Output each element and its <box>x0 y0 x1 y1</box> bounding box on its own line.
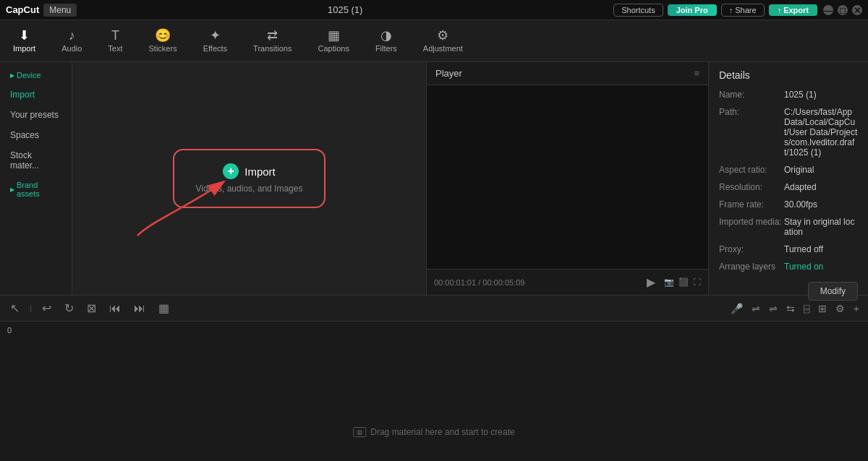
detail-row: Arrange layersTurned on <box>719 262 858 272</box>
import-button[interactable]: + Import Videos, audios, and Images <box>173 149 326 208</box>
player-body <box>427 85 708 269</box>
camera-icon[interactable]: 📷 <box>664 277 674 287</box>
unlink-icon[interactable]: ⇌ <box>767 301 779 316</box>
delete-button[interactable]: ▦ <box>156 300 172 316</box>
redo-button[interactable]: ↻ <box>61 300 77 316</box>
close-button[interactable]: ✕ <box>852 5 862 15</box>
detail-row: Resolution:Adapted <box>719 182 858 192</box>
media-area: + Import Videos, audios, and Images <box>72 62 427 295</box>
mic-icon[interactable]: 🎤 <box>729 301 744 316</box>
maximize-button[interactable]: □ <box>838 5 848 15</box>
adjustment-icon: ⚙ <box>437 29 448 42</box>
menu-button[interactable]: Menu <box>43 4 77 17</box>
topbar: CapCut Menu 1025 (1) Shortcuts Join Pro … <box>0 0 868 20</box>
player-panel: Player ≡ 00:00:01:01 / 00:00:05:09 ▶ 📷 ⬛… <box>427 62 709 295</box>
timeline-tracks: ▦ Drag material here and start to create <box>7 336 861 444</box>
captions-icon: ▦ <box>328 29 340 42</box>
left-item-import[interactable]: Import <box>3 85 69 104</box>
toolbar-item-audio[interactable]: ♪Audio <box>56 26 88 56</box>
timeline-toolbar: ↖ | ↩ ↻ ⊠ ⏮ ⏭ ▦ 🎤 ⇌ ⇌ ⇆ ⌸ ⊞ ⚙ + <box>0 296 868 322</box>
crop-icon[interactable]: ⬛ <box>678 277 689 287</box>
export-icon: ↑ <box>778 6 782 14</box>
import-subtitle: Videos, audios, and Images <box>196 184 303 194</box>
details-title: Details <box>719 69 858 81</box>
share-button[interactable]: ↑ Share <box>721 4 765 17</box>
toolbar-item-transitions[interactable]: ⇄Transitions <box>247 26 297 56</box>
toolbar-item-import[interactable]: ⬇Import <box>7 26 41 56</box>
stickers-icon: 😊 <box>155 29 171 42</box>
detail-row: Aspect ratio:Original <box>719 165 858 175</box>
player-time: 00:00:01:01 / 00:00:05:09 <box>434 278 524 287</box>
toolbar-item-filters[interactable]: ◑Filters <box>370 26 403 56</box>
minimize-button[interactable]: — <box>823 5 833 15</box>
sync-icon[interactable]: ⇆ <box>785 301 796 316</box>
settings-icon[interactable]: ⚙ <box>834 301 846 316</box>
shortcuts-button[interactable]: Shortcuts <box>613 4 663 17</box>
detail-row: Imported media:Stay in original location <box>719 217 858 237</box>
project-title: 1025 (1) <box>77 4 613 15</box>
text-icon: T <box>111 29 119 42</box>
play-button[interactable]: ▶ <box>644 274 658 290</box>
details-rows: Name:1025 (1)Path:C:/Users/fast/AppData/… <box>719 90 858 272</box>
caption-icon[interactable]: ⊞ <box>817 301 828 316</box>
timeline-ruler: 0 <box>7 324 861 336</box>
toolbar-item-effects[interactable]: ✦Effects <box>197 26 233 56</box>
toolbar-item-text[interactable]: TText <box>102 26 128 56</box>
left-panel: DeviceImportYour presetsSpacesStock mate… <box>0 62 72 295</box>
export-button[interactable]: ↑ Export <box>769 4 817 16</box>
modify-button[interactable]: Modify <box>808 282 858 301</box>
filters-icon: ◑ <box>380 29 392 42</box>
left-item-stock[interactable]: Stock mater... <box>3 146 69 175</box>
import-zone: + Import Videos, audios, and Images <box>72 62 426 295</box>
player-footer: 00:00:01:01 / 00:00:05:09 ▶ 📷 ⬛ ⛶ <box>427 269 708 295</box>
player-title: Player <box>435 68 462 79</box>
detail-row: Name:1025 (1) <box>719 90 858 100</box>
player-menu-icon: ≡ <box>694 68 699 79</box>
left-item-device[interactable]: Device <box>3 66 69 84</box>
transitions-icon: ⇄ <box>267 29 278 42</box>
toolbar-item-stickers[interactable]: 😊Stickers <box>143 26 183 56</box>
fullscreen-icon[interactable]: ⛶ <box>693 277 701 287</box>
detail-row: Path:C:/Users/fast/AppData/Local/CapCut/… <box>719 107 858 158</box>
trim-next-button[interactable]: ⏭ <box>131 301 148 316</box>
ruler-marker: 0 <box>7 326 12 335</box>
left-item-spaces[interactable]: Spaces <box>3 126 69 145</box>
timeline-drop-zone: ▦ Drag material here and start to create <box>353 427 514 437</box>
link-icon[interactable]: ⇌ <box>750 301 762 316</box>
audio-icon: ♪ <box>69 29 75 42</box>
app-logo: CapCut <box>6 4 39 15</box>
toolbar-item-adjustment[interactable]: ⚙Adjustment <box>417 26 469 56</box>
timeline: ↖ | ↩ ↻ ⊠ ⏮ ⏭ ▦ 🎤 ⇌ ⇌ ⇆ ⌸ ⊞ ⚙ + 0 ▦ Drag… <box>0 295 868 461</box>
align-icon[interactable]: ⌸ <box>802 301 811 316</box>
detail-row: Frame rate:30.00fps <box>719 199 858 210</box>
media-icon: ▦ <box>353 427 366 437</box>
split-button[interactable]: ⊠ <box>84 300 99 316</box>
trim-prev-button[interactable]: ⏮ <box>106 301 124 316</box>
main-area: DeviceImportYour presetsSpacesStock mate… <box>0 62 868 295</box>
window-controls: — □ ✕ <box>823 5 862 15</box>
left-item-brand[interactable]: Brand assets <box>3 176 69 202</box>
top-actions: Shortcuts Join Pro ↑ Share ↑ Export <box>613 4 817 17</box>
details-panel: Details Name:1025 (1)Path:C:/Users/fast/… <box>709 62 868 295</box>
drop-text: Drag material here and start to create <box>370 427 514 437</box>
import-icon: ⬇ <box>19 29 30 42</box>
import-label: Import <box>244 165 276 178</box>
share-icon: ↑ <box>729 6 733 14</box>
toolbar: ⬇Import♪AudioTText😊Stickers✦Effects⇄Tran… <box>0 20 868 62</box>
player-header: Player ≡ <box>427 62 708 85</box>
import-plus-icon: + <box>223 163 239 179</box>
toolbar-item-captions[interactable]: ▦Captions <box>312 26 354 56</box>
player-icons: 📷 ⬛ ⛶ <box>664 277 701 287</box>
timeline-action-icons: 🎤 ⇌ ⇌ ⇆ ⌸ ⊞ ⚙ + <box>729 301 861 316</box>
import-button-inner: + Import <box>223 163 276 179</box>
effects-icon: ✦ <box>210 29 221 42</box>
timeline-body: 0 ▦ Drag material here and start to crea… <box>0 322 868 447</box>
cursor-tool-button[interactable]: ↖ <box>7 300 22 316</box>
detail-row: Proxy:Turned off <box>719 244 858 254</box>
left-item-presets[interactable]: Your presets <box>3 105 69 124</box>
join-pro-button[interactable]: Join Pro <box>668 4 717 16</box>
zoom-in-icon[interactable]: + <box>852 301 861 316</box>
undo-button[interactable]: ↩ <box>39 300 54 316</box>
